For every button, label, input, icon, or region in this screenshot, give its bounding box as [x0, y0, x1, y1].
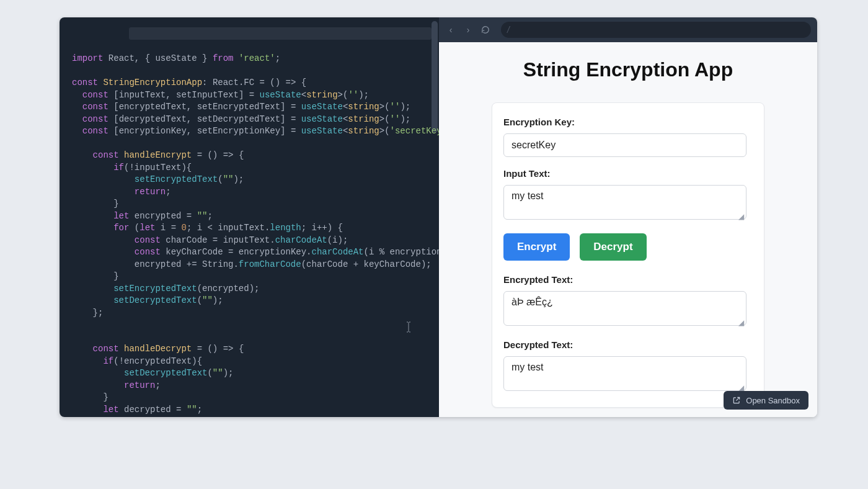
code-editor-pane[interactable]: import React, { useState } from 'react';…	[60, 17, 439, 417]
external-link-icon	[732, 396, 741, 405]
input-text-label: Input Text:	[503, 168, 753, 179]
editor-content[interactable]: import React, { useState } from 'react';…	[60, 17, 439, 417]
input-text-textarea[interactable]	[503, 185, 746, 220]
forward-icon[interactable]: ›	[463, 24, 474, 35]
refresh-icon[interactable]	[480, 24, 491, 35]
open-sandbox-button[interactable]: Open Sandbox	[724, 391, 808, 410]
decrypted-text-label: Decrypted Text:	[503, 339, 753, 350]
open-sandbox-label: Open Sandbox	[746, 396, 800, 405]
page-title: String Encryption App	[439, 58, 817, 81]
encryption-key-input[interactable]	[503, 133, 746, 157]
encrypted-text-textarea[interactable]	[503, 291, 746, 326]
editor-scrollbar[interactable]	[432, 21, 438, 133]
browser-toolbar: ‹ › /	[439, 17, 817, 42]
encrypted-text-label: Encrypted Text:	[503, 274, 753, 285]
url-input[interactable]: /	[501, 22, 811, 38]
preview-pane: ‹ › / String Encryption App Encryption K…	[439, 17, 817, 417]
preview-body: String Encryption App Encryption Key: In…	[439, 42, 817, 417]
encryption-card: Encryption Key: Input Text: ◢ Encrypt De…	[492, 102, 764, 408]
encryption-key-label: Encryption Key:	[503, 117, 753, 127]
decrypted-text-textarea[interactable]	[503, 356, 746, 391]
encrypt-button[interactable]: Encrypt	[503, 233, 570, 261]
back-icon[interactable]: ‹	[445, 24, 456, 35]
decrypt-button[interactable]: Decrypt	[580, 233, 646, 261]
app-window: import React, { useState } from 'react';…	[60, 17, 817, 417]
